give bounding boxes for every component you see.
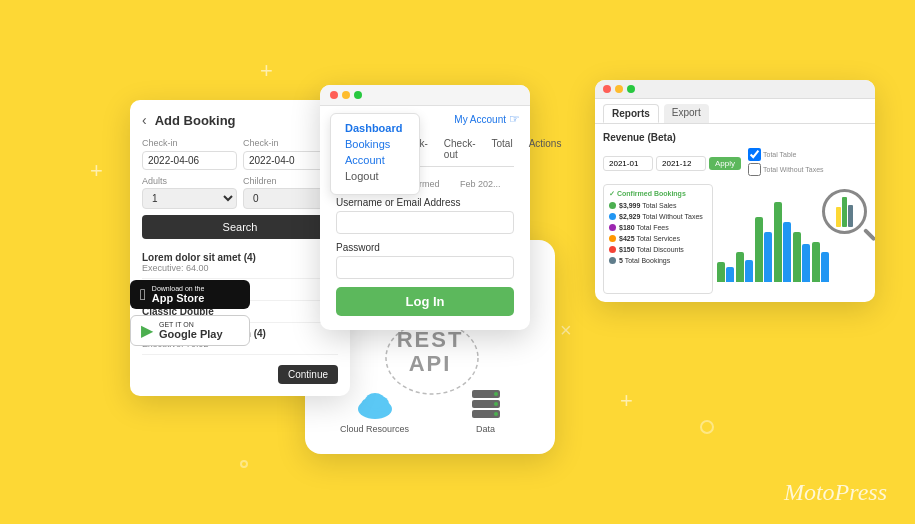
login-topbar [320, 85, 530, 106]
nav-account[interactable]: Account [345, 154, 405, 166]
bar-1a [717, 262, 725, 282]
booking-card-title: Add Booking [155, 113, 236, 128]
magnify-overlay [822, 189, 875, 244]
bar-group-1 [717, 262, 734, 282]
google-play-icon: ▶ [141, 321, 153, 340]
legend-text-discounts: $150 Total Discounts [619, 245, 684, 254]
tab-export[interactable]: Export [664, 104, 709, 123]
cloud-label: Cloud Resources [340, 424, 409, 434]
booking-card-header: ‹ Add Booking [142, 112, 338, 128]
checkin-input[interactable] [142, 151, 237, 170]
cursor-icon: ☞ [509, 112, 520, 126]
bar-group-6 [812, 242, 829, 282]
appstore-text: Download on the App Store [152, 285, 205, 304]
room-name-1: Lorem dolor sit amet (4) [142, 252, 338, 263]
legend-total-sales: $3,999 Total Sales [609, 201, 707, 210]
bar-4b [783, 222, 791, 282]
username-input[interactable] [336, 211, 514, 234]
password-label: Password [336, 242, 514, 253]
legend-dot-sales [609, 202, 616, 209]
login-form: Username or Email Address Password Log I… [336, 197, 514, 316]
deco-plus-1: + [260, 60, 273, 82]
googleplay-text: GET IT ON Google Play [159, 321, 223, 340]
legend-without-taxes: $2,929 Total Without Taxes [609, 212, 707, 221]
googleplay-badge[interactable]: ▶ GET IT ON Google Play [130, 315, 250, 346]
bar-group-3 [755, 217, 772, 282]
window-minimize-dot [342, 91, 350, 99]
data-label: Data [476, 424, 495, 434]
checkin-field: Check-in [142, 138, 237, 170]
password-input[interactable] [336, 256, 514, 279]
window-maximize-dot [354, 91, 362, 99]
bar-3b [764, 232, 772, 282]
filter-to-input[interactable] [656, 156, 706, 171]
googleplay-small-text: GET IT ON [159, 321, 223, 328]
adults-children-row: Adults 123 Children 012 [142, 176, 338, 209]
bar-5b [802, 244, 810, 282]
reports-close-dot [603, 85, 611, 93]
my-account-link[interactable]: My Account ☞ [454, 112, 520, 126]
search-button[interactable]: Search [142, 215, 338, 239]
api-center: REST API [325, 328, 535, 376]
bar-group-4 [774, 202, 791, 282]
tab-reports[interactable]: Reports [603, 104, 659, 123]
legend-services: $425 Total Services [609, 234, 707, 243]
adults-field: Adults 123 [142, 176, 237, 209]
checkbox-without-taxes[interactable] [748, 163, 761, 176]
reports-min-dot [615, 85, 623, 93]
magnify-bar-2 [842, 197, 847, 227]
bar-6b [821, 252, 829, 282]
nav-menu: Dashboard Bookings Account Logout [330, 113, 420, 195]
legend-dot-discounts [609, 246, 616, 253]
appstore-small-text: Download on the [152, 285, 205, 292]
deco-x-2: × [560, 320, 572, 340]
legend-text-taxes: $2,929 Total Without Taxes [619, 212, 703, 221]
adults-select[interactable]: 123 [142, 188, 237, 209]
nav-dashboard[interactable]: Dashboard [345, 122, 405, 134]
bar-group-5 [793, 232, 810, 282]
checkin-label: Check-in [142, 138, 237, 148]
reports-max-dot [627, 85, 635, 93]
reports-filters: Apply Total Table Total Without Taxes [603, 148, 867, 178]
legend-text-sales: $3,999 Total Sales [619, 201, 676, 210]
legend-title: ✓ Confirmed Bookings [609, 190, 707, 198]
reports-legend: ✓ Confirmed Bookings $3,999 Total Sales … [603, 184, 713, 294]
checkbox-total-table[interactable] [748, 148, 761, 161]
tab-actions[interactable]: Actions [521, 134, 570, 166]
app-badges:  Download on the App Store ▶ GET IT ON … [130, 280, 250, 346]
col-date: Feb 202... [460, 179, 514, 189]
bar-4a [774, 202, 782, 282]
filter-from-input[interactable] [603, 156, 653, 171]
appstore-badge[interactable]:  Download on the App Store [130, 280, 250, 309]
googleplay-large-text: Google Play [159, 328, 223, 340]
reports-tabs: Reports Export [595, 99, 875, 124]
magnify-inner [836, 197, 853, 227]
motopress-brand: MotoPress [784, 479, 887, 506]
reports-body: Revenue (Beta) Apply Total Table Total W… [595, 124, 875, 302]
nav-logout[interactable]: Logout [345, 170, 405, 182]
tab-checkout[interactable]: Check-out [436, 134, 484, 166]
legend-dot-fees [609, 224, 616, 231]
svg-point-18 [494, 392, 498, 396]
apple-icon:  [140, 286, 146, 304]
legend-text-bookings: 5 Total Bookings [619, 256, 670, 265]
login-button[interactable]: Log In [336, 287, 514, 316]
legend-discounts: $150 Total Discounts [609, 245, 707, 254]
magnify-handle [863, 228, 875, 241]
continue-button[interactable]: Continue [278, 365, 338, 384]
checkin-checkout-row: Check-in Check-in [142, 138, 338, 170]
username-label: Username or Email Address [336, 197, 514, 208]
nav-bookings[interactable]: Bookings [345, 138, 405, 150]
bar-2a [736, 252, 744, 282]
appstore-large-text: App Store [152, 292, 205, 304]
reports-card: Reports Export Revenue (Beta) Apply Tota… [595, 80, 875, 302]
tab-total[interactable]: Total [484, 134, 521, 166]
back-button[interactable]: ‹ [142, 112, 147, 128]
magnify-circle [822, 189, 867, 234]
adults-label: Adults [142, 176, 237, 186]
bar-5a [793, 232, 801, 282]
apply-button[interactable]: Apply [709, 157, 741, 170]
bar-6a [812, 242, 820, 282]
api-text: API [397, 352, 464, 376]
bar-3a [755, 217, 763, 282]
